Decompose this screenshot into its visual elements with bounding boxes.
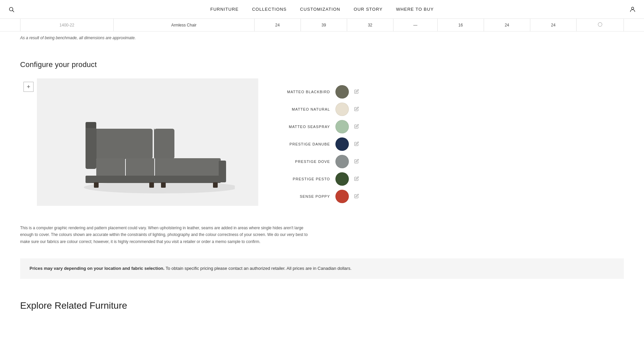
nav-link-collections[interactable]: COLLECTIONS xyxy=(252,7,286,12)
product-image-area xyxy=(37,78,258,206)
swatch-row-prestige-danube: PRESTIGE DANUBE xyxy=(265,135,359,153)
swatch-circle-matteo-natural[interactable] xyxy=(335,103,349,116)
dimension-note: As a result of being benchmade, all dime… xyxy=(0,32,644,47)
row-number: 1400-22 xyxy=(20,19,114,31)
swatch-name-prestige-dove: PRESTIGE DOVE xyxy=(286,160,330,164)
dim-col-1: 24 xyxy=(254,19,301,31)
swatch-edit-sense-poppy[interactable] xyxy=(354,194,359,199)
svg-rect-12 xyxy=(155,176,221,183)
dimensions-table-area: 1400-22 Armless Chair 24 39 32 — 16 24 2… xyxy=(0,19,644,32)
svg-rect-13 xyxy=(94,182,99,188)
configure-title: Configure your product xyxy=(20,60,624,69)
search-button[interactable] xyxy=(7,5,16,14)
swatch-row-matteo-seaspray: MATTEO SEASPRAY xyxy=(265,118,359,135)
nav-link-furniture[interactable]: FURNITURE xyxy=(210,7,238,12)
add-view-button[interactable]: + xyxy=(23,82,34,92)
svg-rect-16 xyxy=(213,182,218,188)
swatch-name-prestige-danube: PRESTIGE DANUBE xyxy=(286,142,330,146)
nav-left xyxy=(7,5,16,14)
svg-rect-11 xyxy=(86,176,158,183)
svg-rect-8 xyxy=(96,158,125,177)
dim-col-6: 24 xyxy=(484,19,530,31)
nav-link-our-story[interactable]: OUR STORY xyxy=(354,7,383,12)
swatch-name-prestige-pesto: PRESTIGE PESTO xyxy=(286,177,330,181)
swatch-circle-matteo-blackbird[interactable] xyxy=(335,85,349,99)
svg-rect-14 xyxy=(149,182,154,188)
dim-col-7: 24 xyxy=(530,19,576,31)
configure-section: Configure your product + xyxy=(0,47,644,217)
swatch-name-matteo-natural: MATTEO NATURAL xyxy=(286,107,330,111)
dimensions-table: 1400-22 Armless Chair 24 39 32 — 16 24 2… xyxy=(20,19,624,31)
svg-rect-5 xyxy=(94,129,153,159)
svg-line-1 xyxy=(12,10,14,12)
product-name-cell: Armless Chair xyxy=(113,19,254,31)
swatch-edit-prestige-dove[interactable] xyxy=(354,159,359,165)
swatch-name-matteo-blackbird: MATTEO BLACKBIRD xyxy=(286,90,330,94)
svg-point-3 xyxy=(598,22,602,26)
swatch-circle-prestige-pesto[interactable] xyxy=(335,172,349,186)
nav-links: FURNITURECOLLECTIONSCUSTOMIZATIONOUR STO… xyxy=(210,7,434,12)
svg-rect-6 xyxy=(154,129,174,159)
swatch-circle-sense-poppy[interactable] xyxy=(335,190,349,203)
user-account-button[interactable] xyxy=(628,5,637,14)
svg-rect-15 xyxy=(161,182,166,188)
sofa-image xyxy=(37,78,258,206)
svg-rect-7 xyxy=(86,125,96,169)
svg-rect-10 xyxy=(155,158,221,177)
svg-rect-18 xyxy=(86,122,96,128)
dim-col-4: — xyxy=(393,19,437,31)
price-notice-rest: To obtain specific pricing please contac… xyxy=(164,266,352,271)
svg-point-4 xyxy=(84,181,235,193)
nav-link-customization[interactable]: CUSTOMIZATION xyxy=(300,7,340,12)
thumbnail-strip: + xyxy=(20,78,37,92)
dim-col-3: 32 xyxy=(347,19,393,31)
table-row: 1400-22 Armless Chair 24 39 32 — 16 24 2… xyxy=(20,19,624,31)
swatch-circle-matteo-seaspray[interactable] xyxy=(335,120,349,133)
nav-link-where-to-buy[interactable]: WHERE TO BUY xyxy=(396,7,434,12)
price-notice-bold: Prices may vary depending on your locati… xyxy=(30,266,164,271)
swatch-row-prestige-pesto: PRESTIGE PESTO xyxy=(265,170,359,188)
price-notice-box: Prices may vary depending on your locati… xyxy=(20,258,624,279)
swatch-name-matteo-seaspray: MATTEO SEASPRAY xyxy=(286,125,330,129)
swatch-edit-matteo-natural[interactable] xyxy=(354,107,359,112)
swatch-row-prestige-dove: PRESTIGE DOVE xyxy=(265,153,359,170)
svg-rect-9 xyxy=(126,158,154,177)
dim-col-2: 39 xyxy=(301,19,347,31)
swatch-edit-prestige-pesto[interactable] xyxy=(354,176,359,182)
svg-rect-17 xyxy=(219,161,226,182)
configurator-wrap: + xyxy=(20,78,624,210)
swatch-row-matteo-blackbird: MATTEO BLACKBIRD xyxy=(265,83,359,101)
main-content: 1400-22 Armless Chair 24 39 32 — 16 24 2… xyxy=(0,19,644,314)
swatch-edit-matteo-blackbird[interactable] xyxy=(354,89,359,95)
swatch-circle-prestige-dove[interactable] xyxy=(335,155,349,168)
svg-point-2 xyxy=(632,7,634,9)
related-heading: Explore Related Furniture xyxy=(0,287,644,314)
swatch-row-matteo-natural: MATTEO NATURAL xyxy=(265,101,359,118)
swatch-circle-prestige-danube[interactable] xyxy=(335,137,349,151)
disclaimer-text: This is a computer graphic rendering and… xyxy=(0,217,335,250)
nav-right xyxy=(628,5,637,14)
swatch-row-sense-poppy: SENSE POPPY xyxy=(265,188,359,205)
dim-col-8 xyxy=(576,19,624,31)
sofa-svg xyxy=(60,88,235,196)
swatch-name-sense-poppy: SENSE POPPY xyxy=(286,194,330,198)
swatch-edit-matteo-seaspray[interactable] xyxy=(354,124,359,130)
swatch-edit-prestige-danube[interactable] xyxy=(354,141,359,147)
swatches-panel: MATTEO BLACKBIRDMATTEO NATURALMATTEO SEA… xyxy=(258,78,366,210)
dim-col-5: 16 xyxy=(437,19,484,31)
main-nav: FURNITURECOLLECTIONSCUSTOMIZATIONOUR STO… xyxy=(0,0,644,19)
